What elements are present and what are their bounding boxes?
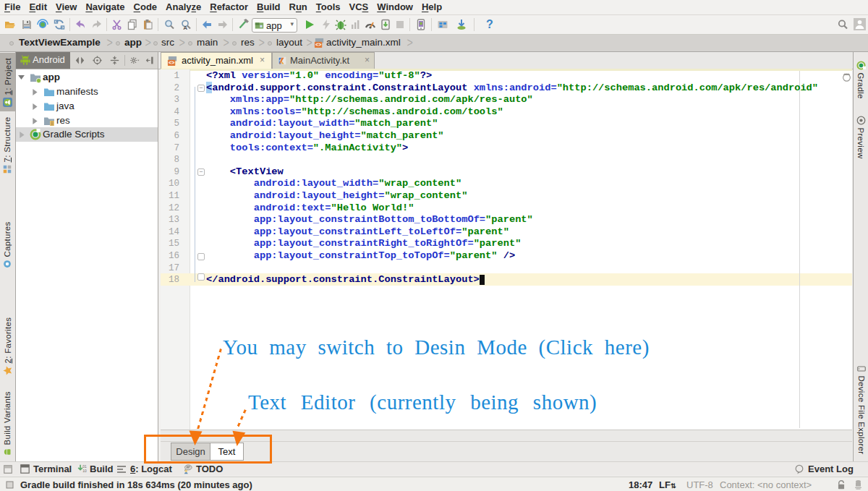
svg-text:<>: <> (169, 60, 174, 65)
svg-text:A: A (183, 25, 187, 31)
svg-text:<>: <> (315, 42, 321, 47)
svg-text:10: 10 (82, 469, 87, 473)
svg-text:01: 01 (82, 465, 87, 469)
